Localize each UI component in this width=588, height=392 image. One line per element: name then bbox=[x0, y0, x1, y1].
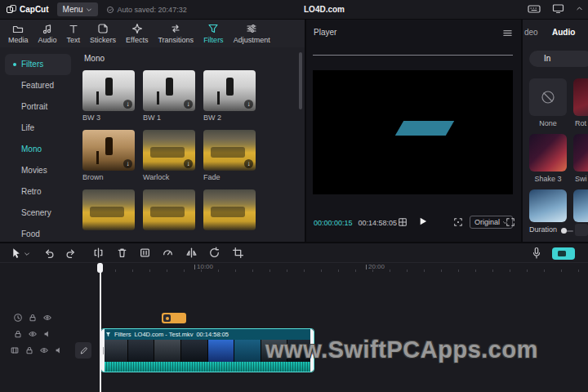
autosave-check-icon bbox=[106, 6, 114, 14]
redo-icon[interactable] bbox=[65, 247, 78, 259]
sidebar-item-filters[interactable]: Filters bbox=[5, 54, 71, 75]
scrollbar-thumb[interactable] bbox=[299, 52, 302, 109]
edit-clip-button[interactable] bbox=[75, 342, 91, 359]
menu-button[interactable]: Menu bbox=[57, 2, 98, 16]
select-pointer-icon[interactable] bbox=[10, 247, 22, 259]
adjustment-sliders-icon bbox=[246, 23, 257, 34]
fullscreen-icon[interactable] bbox=[506, 217, 515, 227]
filter-card[interactable]: ↓Fade bbox=[203, 130, 256, 181]
total-timecode: 00:14:58:05 bbox=[359, 219, 398, 227]
download-icon[interactable]: ↓ bbox=[123, 159, 132, 168]
mic-icon[interactable] bbox=[531, 247, 542, 260]
sidebar-item-portrait[interactable]: Portrait bbox=[0, 96, 76, 118]
tab-label: Media bbox=[8, 36, 29, 44]
sidebar-item-featured[interactable]: Featured bbox=[0, 75, 76, 96]
filter-card[interactable]: ↓Brown bbox=[82, 130, 135, 181]
animation-in-segment[interactable]: In bbox=[529, 51, 588, 67]
filter-card[interactable]: ↓BW 3 bbox=[82, 70, 135, 122]
lock-track-icon[interactable] bbox=[13, 329, 23, 339]
record-toggle[interactable] bbox=[552, 247, 575, 260]
hide-track-icon[interactable] bbox=[42, 313, 52, 323]
animation-tile[interactable] bbox=[573, 78, 588, 116]
keyboard-icon[interactable] bbox=[528, 3, 541, 14]
filter-card[interactable] bbox=[82, 189, 135, 230]
sidebar-item-movies[interactable]: Movies bbox=[0, 160, 76, 181]
download-icon[interactable]: ↓ bbox=[244, 100, 253, 109]
download-icon[interactable]: ↓ bbox=[244, 159, 253, 168]
animation-tile-none[interactable] bbox=[529, 78, 567, 116]
tab-audio-properties[interactable]: Audio bbox=[552, 28, 575, 37]
tile-label: Shake 3 bbox=[529, 175, 567, 183]
capcut-logo: CapCut bbox=[7, 5, 49, 15]
display-icon[interactable] bbox=[552, 3, 564, 14]
timeline-panel: 10:00 20:00 Filters LO4D.com - Test.mkv … bbox=[0, 243, 588, 392]
playhead-handle[interactable] bbox=[97, 263, 103, 273]
filter-card[interactable] bbox=[203, 189, 256, 230]
sidebar-item-retro[interactable]: Retro bbox=[0, 181, 76, 203]
tab-stickers[interactable]: Stickers bbox=[85, 23, 121, 44]
speed-icon[interactable] bbox=[162, 247, 174, 259]
sidebar-item-scenery[interactable]: Scenery bbox=[0, 203, 76, 224]
mirror-icon[interactable] bbox=[185, 247, 198, 259]
properties-panel: deo Audio In None Rot Shake 3 Swi Durati… bbox=[523, 20, 588, 242]
filter-card[interactable]: ↓Warlock bbox=[143, 130, 195, 181]
tab-transitions[interactable]: Transitions bbox=[153, 23, 198, 44]
filters-panel: Mono ↓BW 3 ↓BW 1 ↓BW 2 ↓Brown ↓Warlock ↓… bbox=[76, 47, 305, 242]
filter-card[interactable]: ↓BW 2 bbox=[203, 70, 256, 122]
active-dot-icon bbox=[13, 63, 16, 66]
sidebar-item-life[interactable]: Life bbox=[0, 118, 76, 139]
animation-tile[interactable] bbox=[573, 134, 588, 172]
rotate-icon[interactable] bbox=[208, 247, 220, 259]
clock-icon[interactable] bbox=[13, 313, 23, 323]
filter-card[interactable]: ↓BW 1 bbox=[143, 70, 195, 122]
hide-track-icon[interactable] bbox=[28, 329, 38, 339]
text-icon bbox=[68, 23, 79, 34]
animation-tile[interactable] bbox=[529, 189, 567, 222]
mute-track-icon[interactable] bbox=[54, 345, 64, 355]
tab-media[interactable]: Media bbox=[3, 23, 33, 44]
split-icon[interactable] bbox=[92, 247, 105, 259]
download-icon[interactable]: ↓ bbox=[184, 159, 193, 168]
sticker-clip[interactable] bbox=[162, 313, 186, 323]
tab-video-partial[interactable]: deo bbox=[524, 28, 538, 37]
capcut-logo-icon bbox=[7, 5, 16, 15]
tab-label: Filters bbox=[203, 36, 224, 44]
duration-slider-knob[interactable] bbox=[561, 228, 567, 234]
clip-trim-handle-left[interactable] bbox=[101, 329, 105, 372]
playhead-line[interactable] bbox=[100, 263, 101, 392]
tab-filters[interactable]: Filters bbox=[198, 23, 229, 44]
filter-card[interactable] bbox=[143, 189, 195, 230]
play-icon[interactable] bbox=[417, 216, 428, 227]
download-icon[interactable]: ↓ bbox=[123, 100, 132, 109]
download-icon[interactable]: ↓ bbox=[184, 100, 193, 109]
tile-label: None bbox=[529, 119, 567, 127]
none-icon bbox=[540, 89, 556, 105]
mute-track-icon[interactable] bbox=[42, 329, 52, 339]
tab-adjustment[interactable]: Adjustment bbox=[229, 23, 275, 44]
ratio-grid-icon[interactable] bbox=[398, 217, 408, 227]
freeze-frame-icon[interactable] bbox=[139, 247, 151, 259]
animation-tile-shake3[interactable] bbox=[529, 134, 567, 172]
player-menu-icon[interactable] bbox=[502, 28, 513, 38]
focus-frame-icon[interactable] bbox=[453, 217, 463, 227]
lock-track-icon[interactable] bbox=[24, 345, 34, 355]
tab-label: Adjustment bbox=[234, 36, 270, 44]
crop-icon[interactable] bbox=[232, 247, 244, 259]
hide-track-icon[interactable] bbox=[39, 345, 49, 355]
undo-icon[interactable] bbox=[42, 247, 55, 259]
panel-chevron-icon[interactable] bbox=[576, 5, 583, 12]
delete-icon[interactable] bbox=[116, 247, 128, 259]
lock-track-icon[interactable] bbox=[28, 313, 38, 323]
film-track-icon[interactable] bbox=[10, 345, 20, 355]
camera-icon bbox=[558, 251, 566, 256]
tab-text[interactable]: Text bbox=[62, 23, 86, 44]
sticker-icon bbox=[97, 23, 109, 34]
autosave-status: Auto saved: 20:47:32 bbox=[106, 6, 187, 14]
tab-effects[interactable]: Effects bbox=[121, 23, 153, 44]
animation-tile[interactable] bbox=[573, 189, 588, 222]
duration-value-box[interactable] bbox=[575, 224, 588, 236]
tab-audio[interactable]: Audio bbox=[33, 23, 62, 44]
select-tool-chevron-icon[interactable] bbox=[24, 251, 30, 257]
filter-grid: ↓BW 3 ↓BW 1 ↓BW 2 ↓Brown ↓Warlock ↓Fade bbox=[82, 70, 305, 230]
sidebar-item-mono[interactable]: Mono bbox=[0, 139, 76, 160]
